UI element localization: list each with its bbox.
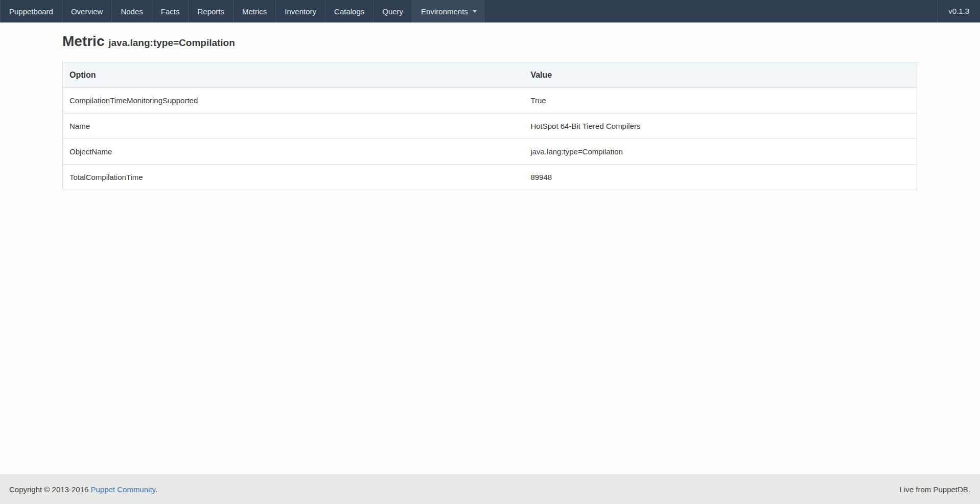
page-subtitle: java.lang:type=Compilation <box>108 37 235 48</box>
table-row: ObjectName java.lang:type=Compilation <box>63 139 917 165</box>
page-title: Metric java.lang:type=Compilation <box>62 32 917 52</box>
value-cell: java.lang:type=Compilation <box>524 139 917 165</box>
nav-item-catalogs[interactable]: Catalogs <box>325 0 374 22</box>
nav-item-nodes[interactable]: Nodes <box>112 0 152 22</box>
table-row: CompilationTimeMonitoringSupported True <box>63 88 917 113</box>
option-cell: Name <box>63 113 524 139</box>
nav-item-query[interactable]: Query <box>374 0 412 22</box>
column-header-option: Option <box>63 62 524 88</box>
nav-item-facts[interactable]: Facts <box>152 0 189 22</box>
main-content: Metric java.lang:type=Compilation Option… <box>0 22 980 474</box>
footer-status: Live from PuppetDB. <box>900 485 970 494</box>
version-badge: v0.1.3 <box>937 0 980 22</box>
nav-item-puppetboard[interactable]: Puppetboard <box>0 0 62 22</box>
nav-item-reports[interactable]: Reports <box>189 0 234 22</box>
copyright-period: . <box>155 485 157 494</box>
environments-label: Environments <box>421 1 468 22</box>
column-header-value: Value <box>524 62 917 88</box>
navbar-spacer <box>484 0 937 22</box>
page-footer: Copyright © 2013-2016 Puppet Community. … <box>0 474 980 504</box>
nav-item-metrics[interactable]: Metrics <box>234 0 276 22</box>
table-header-row: Option Value <box>63 62 917 88</box>
nav-dropdown-environments[interactable]: Environments <box>412 0 484 22</box>
copyright-text: Copyright © 2013-2016 <box>9 485 88 494</box>
option-cell: ObjectName <box>63 139 524 165</box>
option-cell: CompilationTimeMonitoringSupported <box>63 88 524 113</box>
value-cell: HotSpot 64-Bit Tiered Compilers <box>524 113 917 139</box>
nav-item-inventory[interactable]: Inventory <box>276 0 325 22</box>
metric-table: Option Value CompilationTimeMonitoringSu… <box>62 62 917 190</box>
top-navbar: Puppetboard Overview Nodes Facts Reports… <box>0 0 980 22</box>
puppet-community-link[interactable]: Puppet Community <box>91 485 155 494</box>
footer-copyright: Copyright © 2013-2016 Puppet Community. <box>9 485 157 494</box>
nav-item-overview[interactable]: Overview <box>62 0 112 22</box>
table-row: TotalCompilationTime 89948 <box>63 165 917 190</box>
option-cell: TotalCompilationTime <box>63 165 524 190</box>
page-title-text: Metric <box>62 33 104 49</box>
table-row: Name HotSpot 64-Bit Tiered Compilers <box>63 113 917 139</box>
value-cell: True <box>524 88 917 113</box>
chevron-down-icon <box>473 10 477 13</box>
value-cell: 89948 <box>524 165 917 190</box>
